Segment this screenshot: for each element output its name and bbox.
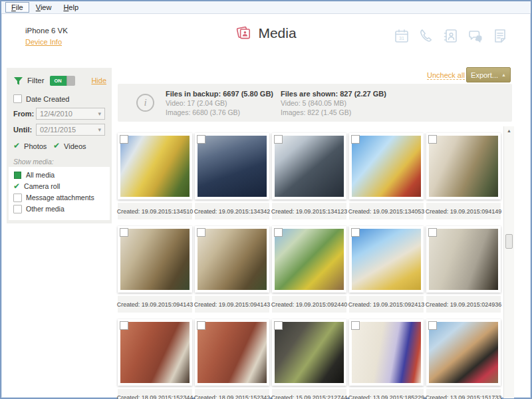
thumbnail-photo[interactable] — [272, 226, 346, 293]
contacts-icon[interactable] — [443, 28, 459, 44]
thumbnail-checkbox[interactable] — [197, 228, 205, 237]
photos-label: Photos — [24, 142, 47, 150]
thumbnail-caption: Created: 19.09.2015:092413 — [349, 296, 424, 313]
until-date-select[interactable]: 02/11/2015 ▾ — [36, 124, 105, 136]
media-grid: Created: 19.09.2015:134510 Created: 19.0… — [118, 133, 503, 399]
scrollbar-thumb[interactable] — [505, 234, 513, 249]
thumbnail-checkbox[interactable] — [120, 321, 128, 330]
date-created-checkbox[interactable] — [13, 94, 22, 103]
partial-checkbox-icon — [14, 172, 21, 179]
thumbnail-image — [275, 322, 344, 383]
photos-checkbox-row[interactable]: ✔ Photos — [13, 142, 47, 150]
chevron-down-icon: ▾ — [98, 110, 101, 117]
thumbnail-photo[interactable] — [349, 319, 424, 386]
videos-checkbox-row[interactable]: ✔ Videos — [53, 142, 86, 150]
thumbnail-photo[interactable] — [272, 319, 346, 386]
menu-file[interactable]: File — [5, 2, 29, 13]
shown-total: Files are shown: 827 (2.27 GB) — [281, 89, 386, 98]
media-thumbnail-tile[interactable]: Created: 18.09.2015:152344 — [118, 319, 192, 399]
media-thumbnail-tile[interactable]: Created: 19.09.2015:134053 — [349, 133, 424, 219]
thumbnail-image — [275, 136, 344, 197]
media-thumbnail-tile[interactable]: Created: 19.09.2015:092440 — [272, 226, 346, 313]
media-type-label: Other media — [26, 205, 65, 213]
media-thumbnail-tile[interactable]: Created: 18.09.2015:152342 — [195, 319, 269, 399]
media-thumbnail-tile[interactable]: Created: 19.09.2015:094143 — [195, 226, 269, 313]
media-thumbnail-tile[interactable]: Created: 13.09.2015:151733 — [426, 319, 501, 399]
menu-view[interactable]: View — [31, 3, 57, 12]
thumbnail-photo[interactable] — [426, 319, 501, 386]
media-type-list: All media ✔ Camera roll Message attachme… — [9, 167, 110, 220]
thumbnail-photo[interactable] — [349, 133, 424, 200]
thumbnail-image — [275, 229, 344, 290]
media-thumbnail-tile[interactable]: Created: 19.09.2015:024936 — [426, 226, 501, 313]
menu-bar: File View Help — [1, 1, 531, 14]
filter-toggle[interactable]: ON — [50, 76, 75, 86]
shown-video: Video: 5 (840.05 MB) — [281, 98, 386, 108]
date-created-row[interactable]: Date Created — [13, 94, 69, 103]
media-thumbnail-tile[interactable]: Created: 15.09.2015:212744 — [272, 319, 346, 399]
thumbnail-caption: Created: 13.09.2015:185229 — [349, 389, 424, 399]
thumbnail-checkbox[interactable] — [120, 135, 128, 144]
thumbnail-caption: Created: 19.09.2015:094143 — [195, 296, 269, 313]
export-button[interactable]: Export... ▲ — [466, 67, 511, 82]
thumbnail-photo[interactable] — [195, 226, 269, 293]
menu-help[interactable]: Help — [58, 3, 84, 12]
thumbnail-caption: Created: 19.09.2015:134123 — [272, 203, 346, 219]
thumbnail-checkbox[interactable] — [274, 135, 283, 144]
thumbnail-checkbox[interactable] — [428, 321, 437, 330]
phone-icon[interactable] — [418, 28, 434, 44]
thumbnail-image — [429, 229, 498, 290]
scroll-up-arrow-icon[interactable]: ▲ — [504, 128, 514, 133]
thumbnail-checkbox[interactable] — [351, 135, 360, 144]
chevron-up-icon: ▲ — [501, 72, 506, 77]
media-thumbnail-tile[interactable]: Created: 19.09.2015:092413 — [349, 226, 424, 313]
svg-text:31: 31 — [399, 36, 404, 41]
media-thumbnail-tile[interactable]: Created: 13.09.2015:185229 — [349, 319, 424, 399]
media-thumbnail-tile[interactable]: Created: 19.09.2015:134510 — [118, 133, 192, 219]
header-nav-icons: 31 — [394, 28, 508, 44]
thumbnail-checkbox[interactable] — [120, 228, 128, 237]
thumbnail-photo[interactable] — [426, 133, 501, 200]
media-thumbnail-tile[interactable]: Created: 19.09.2015:094143 — [118, 226, 192, 313]
thumbnail-photo[interactable] — [195, 319, 269, 386]
thumbnail-photo[interactable] — [118, 226, 192, 293]
media-type-all-media[interactable]: All media — [13, 170, 110, 180]
calendar-icon[interactable]: 31 — [394, 28, 410, 44]
thumbnail-checkbox[interactable] — [351, 321, 360, 330]
thumbnail-checkbox[interactable] — [197, 135, 205, 144]
thumbnail-caption: Created: 19.09.2015:092440 — [272, 296, 346, 313]
thumbnail-photo[interactable] — [195, 133, 269, 200]
empty-checkbox-icon — [13, 194, 22, 202]
media-thumbnail-tile[interactable]: Created: 19.09.2015:094149 — [426, 133, 501, 219]
from-date-select[interactable]: 12/4/2010 ▾ — [36, 108, 105, 120]
uncheck-all-link[interactable]: Uncheck all — [427, 71, 465, 80]
notes-icon[interactable] — [492, 28, 508, 44]
thumbnail-image — [198, 136, 267, 197]
thumbnail-checkbox[interactable] — [428, 135, 437, 144]
thumbnail-checkbox[interactable] — [428, 228, 437, 237]
media-thumbnail-tile[interactable]: Created: 19.09.2015:134123 — [272, 133, 346, 219]
media-type-camera-roll[interactable]: ✔ Camera roll — [13, 181, 110, 192]
thumbnail-checkbox[interactable] — [274, 321, 283, 330]
thumbnail-photo[interactable] — [426, 226, 501, 293]
thumbnail-image — [429, 322, 498, 383]
hide-filter-link[interactable]: Hide — [91, 76, 106, 84]
info-icon: i — [136, 94, 154, 112]
thumbnail-photo[interactable] — [118, 319, 192, 386]
vertical-scrollbar[interactable]: ▲ — [503, 126, 514, 398]
thumbnail-checkbox[interactable] — [197, 321, 205, 330]
shown-summary: Files are shown: 827 (2.27 GB) Video: 5 … — [281, 89, 386, 117]
export-button-label: Export... — [471, 71, 498, 79]
thumbnail-photo[interactable] — [272, 133, 346, 200]
thumbnail-checkbox[interactable] — [274, 228, 283, 237]
thumbnail-photo[interactable] — [349, 226, 424, 293]
thumbnail-photo[interactable] — [118, 133, 192, 200]
media-type-message-attachments[interactable]: Message attachments — [13, 192, 110, 203]
thumbnail-caption: Created: 19.09.2015:094143 — [118, 296, 192, 313]
messages-icon[interactable] — [467, 28, 483, 44]
media-type-other-media[interactable]: Other media — [13, 203, 110, 214]
from-label: From: — [13, 110, 36, 118]
media-type-label: All media — [26, 171, 55, 179]
media-thumbnail-tile[interactable]: Created: 19.09.2015:134342 — [195, 133, 269, 219]
thumbnail-checkbox[interactable] — [351, 228, 360, 237]
